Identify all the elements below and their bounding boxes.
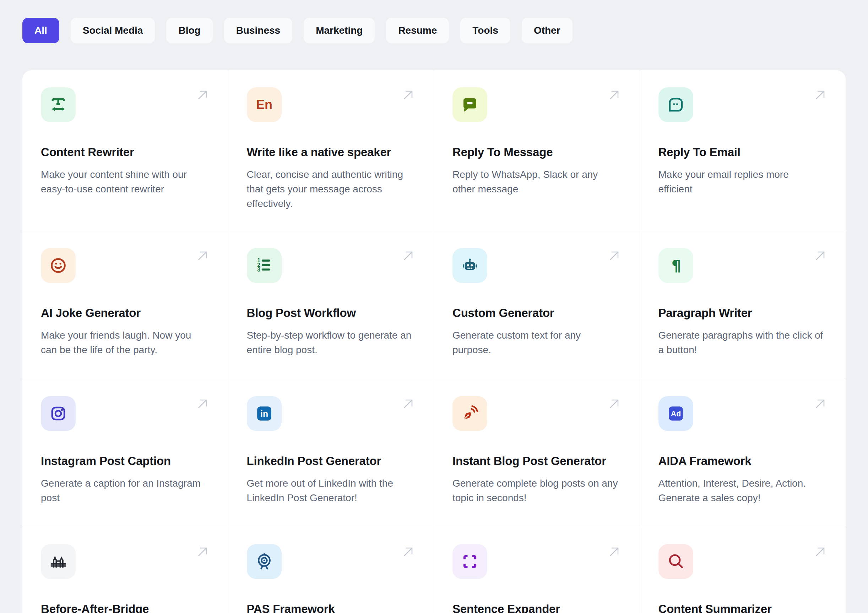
card-title: Before-After-Bridge xyxy=(41,602,209,613)
card-title: Sentence Expander xyxy=(453,602,621,613)
card-title: Custom Generator xyxy=(453,306,621,320)
open-link-arrow-icon[interactable] xyxy=(195,87,210,103)
numbered-list-icon: 123 xyxy=(247,248,282,283)
open-link-arrow-icon[interactable] xyxy=(606,544,622,560)
tool-card-pas-framework[interactable]: PAS Framework xyxy=(228,527,434,613)
smiley-icon xyxy=(41,248,76,283)
card-description: Step-by-step workflow to generate an ent… xyxy=(247,328,414,357)
card-description: Attention, Interest, Desire, Action. Gen… xyxy=(659,476,825,505)
magnifier-icon xyxy=(659,544,693,579)
text-rewrite-icon xyxy=(41,87,76,122)
tools-gallery-page: All Social Media Blog Business Marketing… xyxy=(0,0,868,613)
open-link-arrow-icon[interactable] xyxy=(400,544,416,560)
target-icon xyxy=(247,544,282,579)
tool-card-custom-generator[interactable]: Custom Generator Generate custom text fo… xyxy=(434,231,640,379)
open-link-arrow-icon[interactable] xyxy=(606,248,622,264)
tool-card-aida-framework[interactable]: Ad AIDA Framework Attention, Interest, D… xyxy=(640,379,846,527)
filter-tab-social-media[interactable]: Social Media xyxy=(71,18,155,43)
filter-tab-blog[interactable]: Blog xyxy=(166,18,212,43)
card-description: Make your email replies more efficient xyxy=(659,167,825,196)
card-title: PAS Framework xyxy=(247,602,415,613)
tool-card-instagram-post-caption[interactable]: Instagram Post Caption Generate a captio… xyxy=(22,379,228,527)
card-description: Clear, concise and authentic writing tha… xyxy=(247,167,414,211)
bridge-icon xyxy=(41,544,76,579)
filter-tab-label: Business xyxy=(236,25,281,36)
svg-text:3: 3 xyxy=(257,266,260,272)
svg-text:En: En xyxy=(256,97,272,112)
filter-tab-label: Blog xyxy=(178,25,200,36)
expand-icon xyxy=(453,544,487,579)
tool-card-reply-to-message[interactable]: Reply To Message Reply to WhatsApp, Slac… xyxy=(434,70,640,231)
tool-card-ai-joke-generator[interactable]: AI Joke Generator Make your friends laug… xyxy=(22,231,228,379)
card-title: Reply To Message xyxy=(453,145,621,159)
filter-tab-resume[interactable]: Resume xyxy=(386,18,449,43)
card-description: Generate custom text for any purpose. xyxy=(453,328,619,357)
card-title: LinkedIn Post Generator xyxy=(247,454,415,468)
open-link-arrow-icon[interactable] xyxy=(606,87,622,103)
email-bubble-icon xyxy=(659,87,693,122)
card-title: Content Summarizer xyxy=(659,602,828,613)
open-link-arrow-icon[interactable] xyxy=(195,248,210,264)
instagram-icon xyxy=(41,396,76,431)
card-title: Instagram Post Caption xyxy=(41,454,209,468)
filter-tabs: All Social Media Blog Business Marketing… xyxy=(22,18,572,43)
open-link-arrow-icon[interactable] xyxy=(812,87,828,103)
tool-card-write-like-a-native-speaker[interactable]: En Write like a native speaker Clear, co… xyxy=(228,70,434,231)
filter-tab-label: Tools xyxy=(472,25,498,36)
card-title: AIDA Framework xyxy=(659,454,828,468)
card-description: Get more out of LinkedIn with the Linked… xyxy=(247,476,414,505)
filter-tab-label: Resume xyxy=(398,25,437,36)
card-title: Paragraph Writer xyxy=(659,306,828,320)
tool-card-content-rewriter[interactable]: Content Rewriter Make your content shine… xyxy=(22,70,228,231)
card-description: Reply to WhatsApp, Slack or any other me… xyxy=(453,167,619,196)
card-title: Write like a native speaker xyxy=(247,145,415,159)
filter-tab-marketing[interactable]: Marketing xyxy=(304,18,375,43)
card-title: Reply To Email xyxy=(659,145,828,159)
pilcrow-icon: ¶ xyxy=(659,248,693,283)
svg-text:in: in xyxy=(260,409,268,418)
open-link-arrow-icon[interactable] xyxy=(400,248,416,264)
tool-card-reply-to-email[interactable]: Reply To Email Make your email replies m… xyxy=(640,70,846,231)
card-description: Generate paragraphs with the click of a … xyxy=(659,328,825,357)
open-link-arrow-icon[interactable] xyxy=(195,544,210,560)
card-title: Instant Blog Post Generator xyxy=(453,454,621,468)
filter-tab-all[interactable]: All xyxy=(22,18,59,43)
svg-text:¶: ¶ xyxy=(671,257,681,274)
filter-tab-other[interactable]: Other xyxy=(522,18,572,43)
linkedin-icon: in xyxy=(247,396,282,431)
svg-text:Ad: Ad xyxy=(671,410,680,418)
tool-card-blog-post-workflow[interactable]: 123 Blog Post Workflow Step-by-step work… xyxy=(228,231,434,379)
open-link-arrow-icon[interactable] xyxy=(812,396,828,412)
pen-signal-icon xyxy=(453,396,487,431)
tool-card-paragraph-writer[interactable]: ¶ Paragraph Writer Generate paragraphs w… xyxy=(640,231,846,379)
card-description: Generate complete blog posts on any topi… xyxy=(453,476,619,505)
tool-card-sentence-expander[interactable]: Sentence Expander xyxy=(434,527,640,613)
card-title: Blog Post Workflow xyxy=(247,306,415,320)
card-description: Make your friends laugh. Now you can be … xyxy=(41,328,208,357)
en-language-icon: En xyxy=(247,87,282,122)
filter-tab-business[interactable]: Business xyxy=(224,18,293,43)
open-link-arrow-icon[interactable] xyxy=(400,87,416,103)
filter-tab-label: Marketing xyxy=(316,25,363,36)
tool-card-instant-blog-post-generator[interactable]: Instant Blog Post Generator Generate com… xyxy=(434,379,640,527)
chat-bubble-icon xyxy=(453,87,487,122)
open-link-arrow-icon[interactable] xyxy=(606,396,622,412)
robot-icon xyxy=(453,248,487,283)
card-title: Content Rewriter xyxy=(41,145,209,159)
filter-tab-label: Social Media xyxy=(83,25,143,36)
ad-icon: Ad xyxy=(659,396,693,431)
open-link-arrow-icon[interactable] xyxy=(400,396,416,412)
tools-grid: Content Rewriter Make your content shine… xyxy=(22,70,846,613)
tool-card-before-after-bridge[interactable]: Before-After-Bridge xyxy=(22,527,228,613)
filter-tab-label: All xyxy=(34,25,47,36)
filter-tab-tools[interactable]: Tools xyxy=(460,18,510,43)
card-description: Make your content shine with our easy-to… xyxy=(41,167,208,196)
tool-card-linkedin-post-generator[interactable]: in LinkedIn Post Generator Get more out … xyxy=(228,379,434,527)
card-title: AI Joke Generator xyxy=(41,306,209,320)
tool-card-content-summarizer[interactable]: Content Summarizer xyxy=(640,527,846,613)
open-link-arrow-icon[interactable] xyxy=(812,248,828,264)
open-link-arrow-icon[interactable] xyxy=(812,544,828,560)
open-link-arrow-icon[interactable] xyxy=(195,396,210,412)
card-description: Generate a caption for an Instagram post xyxy=(41,476,208,505)
filter-tab-label: Other xyxy=(534,25,560,36)
